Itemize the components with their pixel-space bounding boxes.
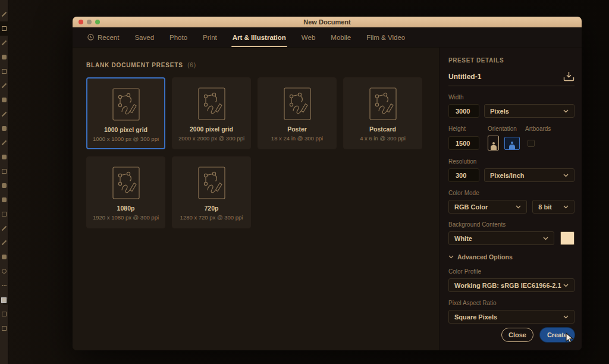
tab-mobile[interactable]: Mobile [331, 34, 351, 41]
crop-tool[interactable] [0, 64, 8, 79]
preset-category-tabs: Recent Saved Photo Print Art & Illustrat… [73, 27, 582, 48]
artboard-pen-icon [198, 167, 225, 199]
panel-title: PRESET DETAILS [448, 57, 575, 64]
width-input[interactable]: 3000 [448, 104, 479, 118]
artboard-pen-icon [369, 87, 397, 120]
pixel-aspect-ratio-select[interactable]: Square Pixels [448, 310, 575, 324]
eyedropper-tool-icon [1, 83, 6, 88]
dodge-tool-icon [2, 197, 7, 202]
chevron-down-icon [516, 205, 521, 209]
create-button[interactable]: Create [540, 328, 575, 342]
dialog-title: New Document [73, 18, 582, 26]
clone-stamp-tool[interactable] [0, 121, 8, 136]
preset-details-panel: PRESET DETAILS Untitled-1 Width 3000 Pix… [439, 48, 582, 350]
move-tool[interactable] [0, 7, 8, 21]
background-color-swatch[interactable] [560, 231, 575, 245]
dialog-titlebar: New Document [73, 17, 582, 27]
height-input[interactable]: 1500 [448, 136, 479, 150]
chevron-down-icon [563, 315, 569, 319]
bit-depth-select[interactable]: 8 bit [532, 200, 575, 214]
save-preset-icon[interactable] [563, 71, 575, 81]
minimize-window-button[interactable] [87, 20, 92, 24]
width-unit-select[interactable]: Pixels [484, 104, 575, 118]
orientation-landscape-button[interactable] [504, 137, 520, 150]
close-window-button[interactable] [79, 20, 83, 24]
landscape-person-icon [509, 142, 515, 149]
resolution-unit-select[interactable]: Pixels/Inch [484, 168, 575, 182]
tab-recent[interactable]: Recent [87, 34, 119, 41]
tab-photo[interactable]: Photo [169, 34, 187, 41]
type-tool[interactable] [0, 207, 8, 221]
artboards-checkbox[interactable] [528, 140, 535, 147]
history-brush-tool[interactable] [0, 136, 8, 150]
blur-tool[interactable] [0, 178, 8, 193]
width-label: Width [448, 94, 575, 101]
history-brush-tool-icon [1, 140, 6, 145]
close-button[interactable]: Close [501, 328, 533, 342]
presets-area: BLANK DOCUMENT PRESETS (6) 1000 pixel gr… [73, 48, 439, 350]
lasso-tool[interactable] [0, 36, 8, 50]
pen-tool[interactable] [0, 221, 8, 236]
resolution-input[interactable]: 300 [448, 168, 479, 182]
pixel-aspect-ratio-label: Pixel Aspect Ratio [448, 300, 575, 306]
orientation-portrait-button[interactable] [488, 136, 499, 150]
artboard-pen-icon [112, 167, 140, 199]
quick-mask-button-icon [2, 312, 7, 316]
advanced-options-toggle[interactable]: Advanced Options [448, 253, 575, 261]
path-selection-tool-icon [1, 240, 6, 245]
background-contents-select[interactable]: White [448, 231, 554, 245]
color-profile-select[interactable]: Working RGB: sRGB IEC61966-2.1 [448, 278, 575, 292]
hand-tool[interactable] [0, 250, 8, 264]
dodge-tool[interactable] [0, 193, 8, 207]
chevron-down-icon [448, 255, 454, 259]
eyedropper-tool[interactable] [0, 79, 8, 93]
gradient-tool-icon [2, 169, 7, 174]
artboard-pen-icon [112, 88, 140, 121]
chevron-down-icon [543, 237, 548, 240]
zoom-window-button[interactable] [95, 20, 100, 24]
gradient-tool[interactable] [0, 164, 8, 178]
tab-saved[interactable]: Saved [134, 34, 154, 41]
color-mode-select[interactable]: RGB Color [448, 200, 527, 214]
edit-toolbar-button[interactable] [0, 278, 8, 293]
healing-brush-tool-icon [2, 98, 7, 102]
preset-card-2000-pixel-grid[interactable]: 2000 pixel grid 2000 x 2000 px @ 300 ppi [172, 77, 251, 149]
preset-card-1000-pixel-grid[interactable]: 1000 pixel grid 1000 x 1000 px @ 300 ppi [86, 77, 165, 149]
eraser-tool-icon [2, 155, 7, 159]
move-tool-icon [1, 12, 6, 17]
color-profile-label: Color Profile [448, 268, 575, 275]
crop-tool-icon [2, 69, 7, 74]
quick-selection-tool[interactable] [0, 50, 8, 64]
window-controls [79, 17, 100, 27]
clone-stamp-tool-icon [2, 126, 7, 131]
quick-mask-button[interactable] [0, 307, 8, 321]
document-name-input[interactable]: Untitled-1 [448, 73, 563, 81]
tab-film-video[interactable]: Film & Video [366, 34, 405, 41]
healing-brush-tool[interactable] [0, 93, 8, 107]
preset-card-720p[interactable]: 720p 1280 x 720 px @ 300 ppi [172, 156, 251, 228]
eraser-tool[interactable] [0, 150, 8, 164]
brush-tool[interactable] [0, 107, 8, 121]
preset-card-postcard[interactable]: Postcard 4 x 6 in @ 300 ppi [343, 77, 422, 149]
tab-web[interactable]: Web [302, 34, 315, 41]
zoom-tool-icon [2, 269, 7, 274]
hand-tool-icon [2, 255, 7, 259]
chevron-down-icon [563, 109, 569, 113]
tab-print[interactable]: Print [203, 34, 217, 41]
marquee-tool[interactable] [0, 21, 8, 36]
preset-card-1080p[interactable]: 1080p 1920 x 1080 px @ 300 ppi [86, 156, 165, 228]
preset-card-poster[interactable]: Poster 18 x 24 in @ 300 ppi [258, 77, 337, 149]
zoom-tool[interactable] [0, 264, 8, 278]
pen-tool-icon [1, 226, 6, 231]
portrait-person-icon [491, 142, 497, 150]
tab-art-illustration[interactable]: Art & Illustration [233, 34, 286, 41]
app-toolbar [0, 0, 8, 364]
foreground-color-swatch[interactable] [0, 293, 8, 307]
screen-mode-button[interactable] [0, 321, 8, 335]
artboard-pen-icon [284, 87, 311, 120]
chevron-down-icon [563, 205, 569, 209]
lasso-tool-icon [1, 40, 6, 45]
path-selection-tool[interactable] [0, 236, 8, 250]
document-name-row: Untitled-1 [448, 71, 575, 86]
chevron-down-icon [563, 174, 569, 177]
